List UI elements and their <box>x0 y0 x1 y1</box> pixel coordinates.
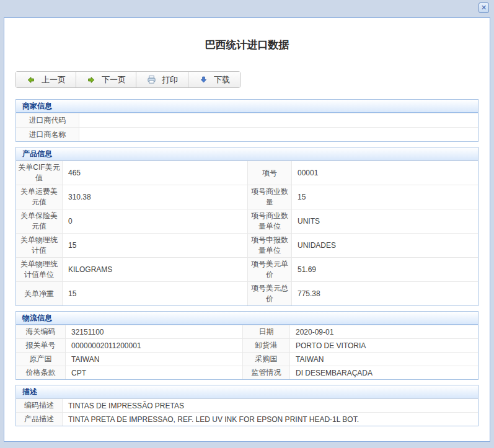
field-label: 进口商名称 <box>16 128 79 141</box>
field-value: TINTAS DE IMPRESSÃO PRETAS <box>63 399 478 412</box>
field-value: PORTO DE VITORIA <box>290 339 478 352</box>
field-label: 卸货港 <box>242 339 290 352</box>
field-value: 0 <box>63 209 247 233</box>
field-label: 日期 <box>242 325 290 338</box>
field-value: 15 <box>63 234 247 257</box>
field-label: 项号美元单价 <box>247 258 292 281</box>
field-value: TAIWAN <box>290 353 478 366</box>
field-value: 775.38 <box>292 282 478 305</box>
field-label: 价格条款 <box>16 366 66 379</box>
table-row: 关单物理统计值 15 项号申报数量单位 UNIDADES <box>16 233 478 257</box>
field-label: 关单CIF美元值 <box>16 161 63 185</box>
toolbar: 上一页 下一页 打印 下载 <box>15 71 240 88</box>
field-label: 关单物理统计值 <box>16 234 63 257</box>
field-value: 310.38 <box>63 185 247 209</box>
field-value: 32151100 <box>66 325 242 338</box>
field-value: DI DESEMBARAÇADA <box>290 366 478 379</box>
blue-arrow-down-icon <box>198 75 208 85</box>
field-value: CPT <box>66 366 242 379</box>
field-label: 编码描述 <box>16 399 63 412</box>
field-label: 关单物理统计值单位 <box>16 258 63 281</box>
table-row: 报关单号 00000002011200001 卸货港 PORTO DE VITO… <box>16 338 478 352</box>
field-value: 00001 <box>292 161 478 185</box>
table-row: 价格条款 CPT 监管情况 DI DESEMBARAÇADA <box>16 366 478 379</box>
printer-icon <box>146 75 156 85</box>
green-arrow-right-icon <box>86 75 96 85</box>
field-value: KILOGRAMS <box>63 258 247 281</box>
table-row: 关单保险美元值 0 项号商业数量单位 UNITS <box>16 209 478 233</box>
field-label: 关单净重 <box>16 282 63 305</box>
content: 商家信息 进口商代码 进口商名称 产品信息 关单CIF美元值 465 项号 00… <box>15 99 479 426</box>
section-description: 描述 编码描述 TINTAS DE IMPRESSÃO PRETAS 产品描述 … <box>15 385 479 426</box>
green-arrow-left-icon <box>26 75 36 85</box>
download-button[interactable]: 下载 <box>188 72 240 87</box>
field-label: 海关编码 <box>16 325 66 338</box>
prev-page-button[interactable]: 上一页 <box>16 72 76 87</box>
dialog-panel: 巴西统计进口数据 上一页 下一页 打印 <box>4 17 490 442</box>
field-label: 项号 <box>247 161 292 185</box>
field-label: 关单保险美元值 <box>16 209 63 233</box>
field-value: 465 <box>63 161 247 185</box>
section-logistics-title: 物流信息 <box>16 312 478 325</box>
next-page-button[interactable]: 下一页 <box>76 72 136 87</box>
field-label: 报关单号 <box>16 339 66 352</box>
section-merchant-info: 商家信息 进口商代码 进口商名称 <box>15 99 479 142</box>
next-page-label: 下一页 <box>102 74 126 86</box>
table-row: 关单CIF美元值 465 项号 00001 <box>16 160 478 185</box>
field-label: 原产国 <box>16 353 66 366</box>
field-value: 15 <box>63 282 247 305</box>
field-value <box>79 128 478 141</box>
table-row: 产品描述 TINTA PRETA DE IMPRESSAO, REF. LED … <box>16 412 478 426</box>
field-label: 监管情况 <box>242 366 290 379</box>
field-label: 产品描述 <box>16 413 63 426</box>
field-label: 采购国 <box>242 353 290 366</box>
section-merchant-title: 商家信息 <box>16 100 478 113</box>
field-value: TAIWAN <box>66 353 242 366</box>
field-label: 项号商业数量 <box>247 185 292 209</box>
section-product-info: 产品信息 关单CIF美元值 465 项号 00001 关单运费美元值 310.3… <box>15 147 479 306</box>
page-title: 巴西统计进口数据 <box>4 38 490 52</box>
field-label: 关单运费美元值 <box>16 185 63 209</box>
field-value: UNIDADES <box>292 234 478 257</box>
table-row: 海关编码 32151100 日期 2020-09-01 <box>16 325 478 338</box>
field-value: 51.69 <box>292 258 478 281</box>
field-label: 项号商业数量单位 <box>247 209 292 233</box>
print-label: 打印 <box>162 74 178 86</box>
table-row: 编码描述 TINTAS DE IMPRESSÃO PRETAS <box>16 398 478 412</box>
field-label: 进口商代码 <box>16 113 79 127</box>
print-button[interactable]: 打印 <box>136 72 188 87</box>
section-description-title: 描述 <box>16 385 478 398</box>
field-value: UNITS <box>292 209 478 233</box>
table-row: 进口商代码 <box>16 113 478 127</box>
field-label: 项号申报数量单位 <box>247 234 292 257</box>
field-value: 00000002011200001 <box>66 339 242 352</box>
table-row: 关单净重 15 项号美元总价 775.38 <box>16 281 478 305</box>
field-value: 15 <box>292 185 478 209</box>
section-logistics-info: 物流信息 海关编码 32151100 日期 2020-09-01 报关单号 00… <box>15 311 479 380</box>
table-row: 关单运费美元值 310.38 项号商业数量 15 <box>16 185 478 209</box>
field-value: 2020-09-01 <box>290 325 478 338</box>
field-label: 项号美元总价 <box>247 282 292 305</box>
table-row: 关单物理统计值单位 KILOGRAMS 项号美元单价 51.69 <box>16 257 478 281</box>
download-label: 下载 <box>214 74 230 86</box>
close-button[interactable]: ✕ <box>479 2 489 13</box>
table-row: 原产国 TAIWAN 采购国 TAIWAN <box>16 352 478 366</box>
section-product-title: 产品信息 <box>16 147 478 160</box>
field-value <box>79 113 478 127</box>
prev-page-label: 上一页 <box>42 74 66 86</box>
close-icon: ✕ <box>481 4 487 11</box>
field-value: TINTA PRETA DE IMPRESSAO, REF. LED UV IN… <box>63 413 478 426</box>
table-row: 进口商名称 <box>16 127 478 141</box>
